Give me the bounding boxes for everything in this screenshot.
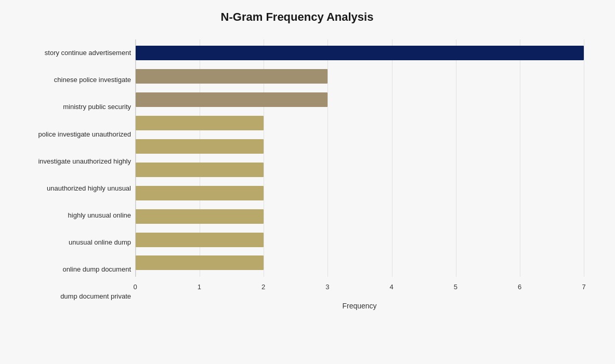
bar-row: [136, 184, 584, 203]
bar-row: [136, 137, 584, 156]
x-tick: 4: [390, 283, 394, 291]
y-label: online dump document: [10, 265, 131, 274]
bars-and-axis: 01234567 Frequency: [135, 39, 584, 310]
grid-line: [584, 39, 584, 277]
x-tick: 6: [518, 283, 521, 291]
y-label: investigate unauthorized highly: [10, 157, 131, 166]
y-label: unusual online dump: [10, 238, 131, 247]
x-tick: 2: [261, 283, 265, 291]
bar: [136, 116, 264, 130]
bar: [136, 233, 264, 247]
y-label: story continue advertisement: [10, 49, 131, 57]
bar: [136, 163, 264, 177]
bar: [136, 69, 328, 84]
chart-area: story continue advertisementchinese poli…: [10, 39, 584, 310]
bar: [136, 209, 264, 224]
x-tick: 5: [454, 283, 457, 291]
bar: [136, 255, 264, 270]
bar-row: [136, 67, 584, 86]
bar-row: [136, 44, 584, 62]
bar: [136, 46, 584, 60]
y-label: ministry public security: [10, 103, 131, 111]
x-tick: 7: [582, 283, 585, 291]
y-label: chinese police investigate: [10, 76, 131, 84]
bar: [136, 186, 264, 200]
x-tick: 3: [325, 283, 329, 291]
bar-row: [136, 160, 584, 179]
y-labels: story continue advertisementchinese poli…: [10, 39, 135, 310]
y-label: highly unusual online: [10, 211, 131, 220]
bar-row: [136, 90, 584, 109]
x-axis: 01234567: [135, 279, 584, 300]
bars-wrapper: [135, 39, 584, 277]
chart-container: N-Gram Frequency Analysis story continue…: [0, 0, 615, 364]
chart-title: N-Gram Frequency Analysis: [10, 10, 584, 24]
bar-row: [136, 114, 584, 132]
y-label: police investigate unauthorized: [10, 130, 131, 139]
y-label: unauthorized highly unusual: [10, 184, 131, 193]
bar-row: [136, 231, 584, 249]
y-label: dump document private: [10, 292, 131, 301]
bar-row: [136, 207, 584, 226]
x-tick: 0: [133, 283, 137, 291]
bar: [136, 139, 264, 154]
bar-row: [136, 253, 584, 272]
x-axis-label: Frequency: [135, 302, 584, 310]
bars-inner: [136, 39, 584, 277]
x-tick: 1: [198, 283, 201, 291]
bar: [136, 92, 328, 107]
